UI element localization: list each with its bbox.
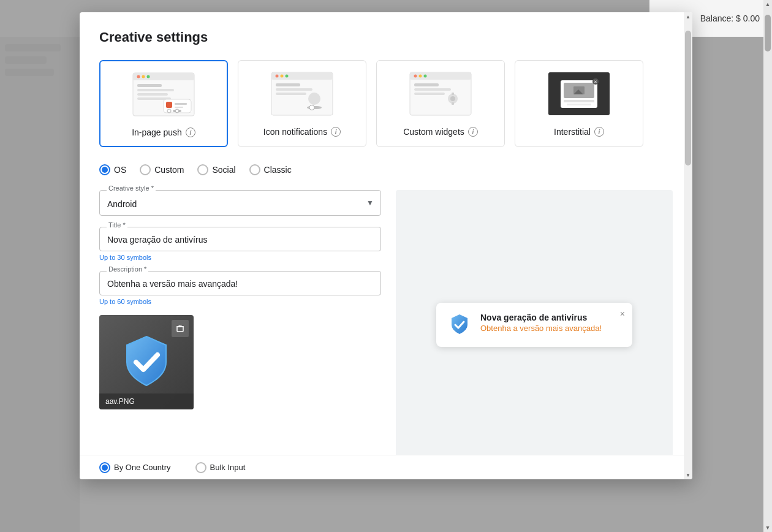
bottom-label-1: By One Country <box>114 463 171 472</box>
radio-os[interactable]: OS <box>99 164 126 175</box>
inpage-push-info[interactable]: i <box>186 127 195 137</box>
svg-rect-21 <box>276 83 300 86</box>
title-field-group: Title * <box>99 227 381 251</box>
bottom-option-2: Bulk Input <box>195 462 246 473</box>
svg-rect-11 <box>175 103 187 105</box>
interstitial-info[interactable]: i <box>594 127 604 137</box>
svg-point-18 <box>276 75 279 78</box>
ad-card-interstitial[interactable]: ✕ Interstitial i <box>515 60 643 147</box>
description-field-group: Description * <box>99 271 381 295</box>
radio-custom[interactable]: Custom <box>140 164 184 175</box>
image-delete-button[interactable] <box>172 320 189 337</box>
svg-point-26 <box>309 105 314 110</box>
modal-scroll-thumb <box>685 31 691 165</box>
svg-point-29 <box>414 75 417 78</box>
svg-rect-38 <box>452 102 454 105</box>
modal-scroll-down[interactable]: ▼ <box>684 471 692 479</box>
svg-point-24 <box>308 93 320 105</box>
radio-custom-outer <box>140 164 151 175</box>
svg-point-15 <box>175 109 179 113</box>
radio-classic[interactable]: Classic <box>249 164 292 175</box>
inpage-push-label: In-page push i <box>132 127 195 137</box>
radio-os-outer <box>99 164 110 175</box>
svg-rect-45 <box>567 104 591 105</box>
svg-rect-5 <box>137 84 162 87</box>
description-hint: Up to 60 symbols <box>99 298 381 305</box>
svg-point-30 <box>419 75 422 78</box>
balance-value: $ 0.00 <box>736 13 760 23</box>
custom-widgets-icon <box>404 70 477 120</box>
svg-rect-34 <box>414 93 445 95</box>
creative-settings-modal: ▲ ▼ Creative settings <box>80 12 692 479</box>
modal-title: Creative settings <box>99 29 673 45</box>
interstitial-icon: ✕ <box>542 70 616 120</box>
svg-point-2 <box>137 75 140 78</box>
custom-widgets-info[interactable]: i <box>468 127 478 137</box>
trash-icon <box>176 324 184 333</box>
outer-scroll-up[interactable]: ▲ <box>763 0 772 9</box>
svg-point-4 <box>147 75 150 78</box>
radio-custom-label: Custom <box>154 165 184 175</box>
outer-scrollbar[interactable]: ▲ ▼ <box>763 0 772 532</box>
svg-rect-23 <box>276 93 306 95</box>
description-input[interactable] <box>99 271 381 295</box>
modal-scroll-up[interactable]: ▲ <box>684 12 692 21</box>
ad-type-cards: In-page push i <box>99 60 673 147</box>
title-label: Title * <box>107 221 127 229</box>
svg-point-3 <box>142 75 145 78</box>
custom-widgets-label: Custom widgets i <box>403 127 478 137</box>
radio-social-outer <box>197 164 208 175</box>
ad-card-icon-notifications[interactable]: Icon notifications i <box>238 60 366 147</box>
svg-text:✕: ✕ <box>594 80 597 84</box>
svg-rect-32 <box>414 83 439 86</box>
svg-rect-44 <box>564 100 594 102</box>
preview-description: Obtenha a versão mais avançada! <box>480 324 621 333</box>
bottom-bar: By One Country Bulk Input <box>80 455 684 479</box>
ad-card-inpage-push[interactable]: In-page push i <box>99 60 228 147</box>
svg-point-20 <box>286 75 289 78</box>
preview-close-icon[interactable]: × <box>620 309 625 319</box>
title-hint: Up to 30 symbols <box>99 254 381 261</box>
svg-point-31 <box>424 75 427 78</box>
image-filename: aav.PNG <box>99 393 194 409</box>
svg-rect-10 <box>166 102 172 108</box>
radio-social[interactable]: Social <box>197 164 235 175</box>
inpage-push-icon <box>127 71 200 120</box>
outer-scroll-thumb <box>765 15 771 51</box>
balance-label: Balance: <box>700 13 733 23</box>
preview-shield-icon <box>447 313 472 337</box>
bottom-radio-1[interactable] <box>99 462 110 473</box>
ad-card-custom-widgets[interactable]: Custom widgets i <box>376 60 505 147</box>
shield-svg <box>116 332 177 393</box>
svg-rect-22 <box>276 88 312 91</box>
outer-scroll-down[interactable]: ▼ <box>763 523 772 532</box>
form-column: Creative style * Android ▼ Title * Up to… <box>99 190 381 460</box>
preview-title: Nova geração de antivírus <box>480 313 621 322</box>
svg-rect-48 <box>177 327 183 332</box>
radio-social-label: Social <box>212 165 235 175</box>
bottom-radio-1-inner <box>102 465 108 471</box>
image-upload-area[interactable]: aav.PNG <box>99 315 194 409</box>
radio-os-inner <box>102 167 108 173</box>
svg-rect-12 <box>175 107 183 108</box>
title-input[interactable] <box>99 227 381 251</box>
modal-scrollbar[interactable]: ▲ ▼ <box>684 12 692 479</box>
interstitial-label: Interstitial i <box>554 127 604 137</box>
creative-style-select-wrapper: Creative style * Android ▼ <box>99 190 381 216</box>
bottom-radio-2[interactable] <box>195 462 206 473</box>
preview-column: × Nova geração de antivír <box>396 190 673 460</box>
bottom-option-1: By One Country <box>99 462 171 473</box>
icon-notifications-icon <box>265 70 339 120</box>
svg-rect-37 <box>452 93 454 95</box>
form-preview-layout: Creative style * Android ▼ Title * Up to… <box>99 190 673 460</box>
bottom-label-2: Bulk Input <box>210 463 246 472</box>
radio-classic-label: Classic <box>264 165 292 175</box>
creative-style-select[interactable]: Android <box>99 190 381 216</box>
svg-point-36 <box>450 96 455 101</box>
svg-rect-6 <box>137 89 174 91</box>
radio-os-label: OS <box>114 165 126 175</box>
style-radio-row: OS Custom Social Classic <box>99 164 673 175</box>
icon-notifications-info[interactable]: i <box>331 127 341 137</box>
radio-classic-outer <box>249 164 260 175</box>
description-label: Description * <box>107 265 148 273</box>
